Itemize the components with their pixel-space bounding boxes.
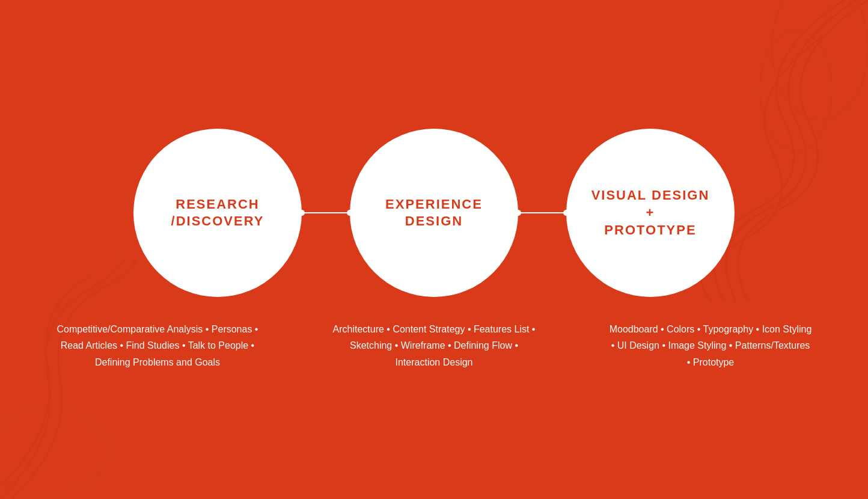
research-discovery-circle: RESEARCH /DISCOVERY (133, 129, 302, 297)
experience-design-circle: EXPERIENCE DESIGN (350, 129, 518, 297)
circles-row: RESEARCH /DISCOVERY EXPERIENCE DESIGN VI… (133, 129, 735, 297)
visual-description-text: Moodboard • Colors • Typography • Icon S… (610, 324, 812, 367)
research-description: Competitive/Comparative Analysis • Perso… (43, 321, 272, 370)
connector-line-2 (518, 212, 566, 213)
research-discovery-title: RESEARCH /DISCOVERY (171, 196, 264, 230)
experience-design-title: EXPERIENCE DESIGN (385, 196, 483, 230)
visual-design-circle: VISUAL DESIGN + PROTOTYPE (566, 129, 735, 297)
experience-design-wrapper: EXPERIENCE DESIGN (350, 129, 518, 297)
connector-line-1 (302, 212, 350, 213)
experience-description: Architecture • Content Strategy • Featur… (320, 321, 548, 370)
visual-description: Moodboard • Colors • Typography • Icon S… (596, 321, 825, 370)
connector-2 (518, 212, 566, 213)
descriptions-row: Competitive/Comparative Analysis • Perso… (0, 321, 868, 370)
research-description-text: Competitive/Comparative Analysis • Perso… (57, 324, 258, 367)
main-container: RESEARCH /DISCOVERY EXPERIENCE DESIGN VI… (0, 0, 868, 499)
visual-design-wrapper: VISUAL DESIGN + PROTOTYPE (566, 129, 735, 297)
visual-design-title: VISUAL DESIGN + PROTOTYPE (591, 187, 710, 239)
experience-description-text: Architecture • Content Strategy • Featur… (333, 324, 536, 367)
connector-1 (302, 212, 350, 213)
research-discovery-wrapper: RESEARCH /DISCOVERY (133, 129, 302, 297)
